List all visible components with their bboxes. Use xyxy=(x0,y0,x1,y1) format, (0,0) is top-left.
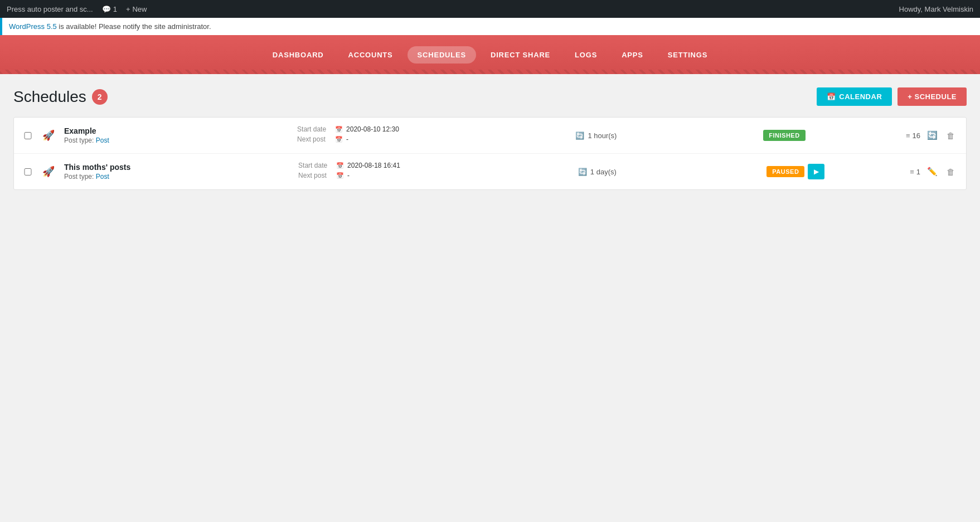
start-date-label: Start date xyxy=(297,125,332,133)
nav-item-dashboard[interactable]: DASHBOARD xyxy=(263,46,334,64)
start-date-value-moths: 2020-08-18 16:41 xyxy=(347,162,400,169)
schedule-dates-moths: Start date 📅 2020-08-18 16:41 Next post … xyxy=(298,162,571,182)
nav-item-apps[interactable]: APPS xyxy=(612,46,653,64)
row-checkbox-moths[interactable] xyxy=(23,168,33,175)
calendar-label: CALENDAR xyxy=(839,92,882,101)
wp-update-link[interactable]: WordPress 5.5 xyxy=(9,22,57,31)
table-row: 🚀 Example Post type: Post Start date 📅 2… xyxy=(14,118,966,154)
main-content: Schedules 2 📅 CALENDAR + SCHEDULE 🚀 Exam… xyxy=(0,74,980,511)
status-badge-paused: PAUSED xyxy=(766,166,804,177)
table-row: 🚀 This moths' posts Post type: Post Star… xyxy=(14,154,966,189)
next-post-line: Next post 📅 - xyxy=(297,135,569,143)
calendar-icon: 📅 xyxy=(827,92,836,101)
schedule-label: + SCHEDULE xyxy=(908,92,957,101)
site-name[interactable]: Press auto poster and sc... xyxy=(7,5,93,13)
rocket-icon2: 🚀 xyxy=(42,166,55,177)
schedule-status-moths: PAUSED ▶ xyxy=(766,164,903,179)
plugin-navigation: DASHBOARD ACCOUNTS SCHEDULES DIRECT SHAR… xyxy=(0,35,980,74)
nav-item-settings[interactable]: SETTINGS xyxy=(658,46,717,64)
nav-item-direct-share[interactable]: DIRECT SHARE xyxy=(481,46,560,64)
schedules-table: 🚀 Example Post type: Post Start date 📅 2… xyxy=(13,117,967,190)
list-count-moths: ≡ 1 xyxy=(910,168,920,176)
list-count-value-moths: 1 xyxy=(916,168,920,176)
refresh-icon: 🔄 xyxy=(575,131,584,140)
new-label: New xyxy=(132,5,147,13)
delete-button-example[interactable]: 🗑 xyxy=(944,130,957,142)
next-post-value-example: - xyxy=(346,135,348,143)
page-header: Schedules 2 📅 CALENDAR + SCHEDULE xyxy=(13,87,967,106)
list-count-example: ≡ 16 xyxy=(906,131,920,140)
interval-value-moths: 1 day(s) xyxy=(590,168,617,176)
schedule-dates-example: Start date 📅 2020-08-10 12:30 Next post … xyxy=(297,125,569,145)
schedule-interval-example: 🔄 1 hour(s) xyxy=(575,131,756,140)
edit-button-moths[interactable]: ✏️ xyxy=(925,165,940,178)
comment-count: 1 xyxy=(113,5,117,13)
refresh-button-example[interactable]: 🔄 xyxy=(925,129,940,142)
schedule-info-example: Example Post type: Post xyxy=(64,126,290,144)
post-type-moths: Post type: Post xyxy=(64,173,292,180)
schedules-count-badge: 2 xyxy=(92,89,108,105)
post-type-label: Post type: xyxy=(64,136,96,144)
next-post-line2: Next post 📅 - xyxy=(298,172,571,179)
new-menu[interactable]: + New xyxy=(126,5,147,13)
next-post-value-moths: - xyxy=(347,172,350,179)
nav-item-accounts[interactable]: ACCOUNTS xyxy=(338,46,403,64)
schedule-info-moths: This moths' posts Post type: Post xyxy=(64,163,292,180)
post-type-link-example[interactable]: Post xyxy=(96,136,109,144)
row-checkbox-example[interactable] xyxy=(23,132,33,139)
calendar-button[interactable]: 📅 CALENDAR xyxy=(817,87,892,106)
schedule-actions-example: ≡ 16 🔄 🗑 xyxy=(906,129,957,142)
play-button-moths[interactable]: ▶ xyxy=(808,164,824,179)
admin-bar: Press auto poster and sc... 💬 1 + New Ho… xyxy=(0,0,980,18)
comment-icon: 💬 xyxy=(102,5,111,13)
list-icon2: ≡ xyxy=(910,168,914,176)
start-date-line: Start date 📅 2020-08-10 12:30 xyxy=(297,125,569,133)
page-title-group: Schedules 2 xyxy=(13,88,108,106)
delete-button-moths[interactable]: 🗑 xyxy=(944,166,957,178)
header-actions: 📅 CALENDAR + SCHEDULE xyxy=(817,87,967,106)
schedule-icon-example: 🚀 xyxy=(40,129,57,142)
schedule-icon-moths: 🚀 xyxy=(40,165,57,178)
schedule-actions-moths: ≡ 1 ✏️ 🗑 xyxy=(910,165,957,178)
schedule-name-moths[interactable]: This moths' posts xyxy=(64,163,292,172)
refresh-icon2: 🔄 xyxy=(578,168,587,176)
list-count-value-example: 16 xyxy=(913,131,920,140)
footer: Thank you for creating with WordPress. V… xyxy=(0,511,980,522)
schedule-interval-moths: 🔄 1 day(s) xyxy=(578,168,760,176)
page-title: Schedules xyxy=(13,88,86,106)
post-type-link-moths[interactable]: Post xyxy=(96,173,109,180)
calendar-small-icon4: 📅 xyxy=(336,172,344,179)
nav-item-schedules[interactable]: SCHEDULES xyxy=(407,46,476,64)
notice-text: is available! Please notify the site adm… xyxy=(57,22,211,31)
next-post-label: Next post xyxy=(297,135,332,143)
schedule-status-example: FINISHED xyxy=(763,130,899,141)
start-date-value-example: 2020-08-10 12:30 xyxy=(346,125,399,133)
calendar-small-icon: 📅 xyxy=(335,126,343,133)
nav-items: DASHBOARD ACCOUNTS SCHEDULES DIRECT SHAR… xyxy=(263,46,717,64)
next-post-label2: Next post xyxy=(298,172,333,179)
post-type-label2: Post type: xyxy=(64,173,96,180)
add-schedule-button[interactable]: + SCHEDULE xyxy=(897,87,967,106)
list-icon: ≡ xyxy=(906,131,910,140)
status-badge-finished: FINISHED xyxy=(763,130,805,141)
post-type-example: Post type: Post xyxy=(64,136,290,144)
start-date-line2: Start date 📅 2020-08-18 16:41 xyxy=(298,162,571,169)
calendar-small-icon2: 📅 xyxy=(335,136,343,143)
start-date-label2: Start date xyxy=(298,162,333,169)
schedule-name-example[interactable]: Example xyxy=(64,126,290,135)
user-greeting[interactable]: Howdy, Mark Velmiskin xyxy=(899,5,973,13)
calendar-small-icon3: 📅 xyxy=(336,162,344,169)
nav-item-logs[interactable]: LOGS xyxy=(565,46,607,64)
interval-value-example: 1 hour(s) xyxy=(588,131,617,140)
rocket-icon: 🚀 xyxy=(42,130,55,141)
plus-icon: + xyxy=(126,5,130,13)
comments-link[interactable]: 💬 1 xyxy=(102,5,117,13)
update-notice: WordPress 5.5 is available! Please notif… xyxy=(0,18,980,35)
